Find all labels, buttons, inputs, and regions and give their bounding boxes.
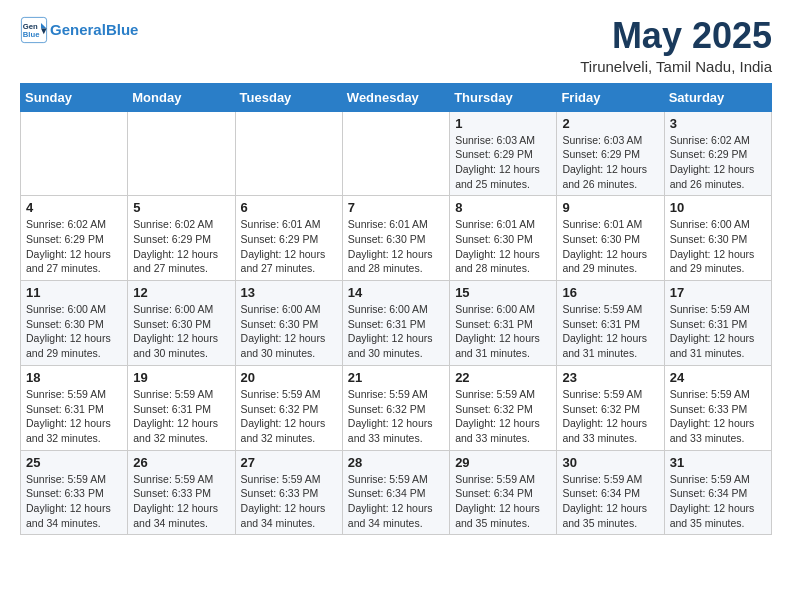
day-info: Sunrise: 5:59 AM Sunset: 6:31 PM Dayligh…: [562, 302, 658, 361]
day-number: 15: [455, 285, 551, 300]
day-info: Sunrise: 5:59 AM Sunset: 6:32 PM Dayligh…: [241, 387, 337, 446]
calendar-cell: [342, 111, 449, 196]
calendar-cell: 8Sunrise: 6:01 AM Sunset: 6:30 PM Daylig…: [450, 196, 557, 281]
calendar-cell: 23Sunrise: 5:59 AM Sunset: 6:32 PM Dayli…: [557, 365, 664, 450]
day-number: 27: [241, 455, 337, 470]
day-number: 28: [348, 455, 444, 470]
day-number: 21: [348, 370, 444, 385]
calendar-cell: 11Sunrise: 6:00 AM Sunset: 6:30 PM Dayli…: [21, 281, 128, 366]
calendar-cell: 28Sunrise: 5:59 AM Sunset: 6:34 PM Dayli…: [342, 450, 449, 535]
calendar-cell: 31Sunrise: 5:59 AM Sunset: 6:34 PM Dayli…: [664, 450, 771, 535]
day-number: 17: [670, 285, 766, 300]
day-info: Sunrise: 5:59 AM Sunset: 6:32 PM Dayligh…: [562, 387, 658, 446]
day-info: Sunrise: 6:00 AM Sunset: 6:30 PM Dayligh…: [133, 302, 229, 361]
day-info: Sunrise: 5:59 AM Sunset: 6:31 PM Dayligh…: [26, 387, 122, 446]
calendar-cell: 10Sunrise: 6:00 AM Sunset: 6:30 PM Dayli…: [664, 196, 771, 281]
day-number: 5: [133, 200, 229, 215]
title-block: May 2025 Tirunelveli, Tamil Nadu, India: [580, 16, 772, 75]
day-header-sunday: Sunday: [21, 83, 128, 111]
logo-icon: Gen Blue: [20, 16, 48, 44]
calendar-cell: 13Sunrise: 6:00 AM Sunset: 6:30 PM Dayli…: [235, 281, 342, 366]
day-info: Sunrise: 5:59 AM Sunset: 6:31 PM Dayligh…: [670, 302, 766, 361]
day-number: 3: [670, 116, 766, 131]
calendar-cell: 7Sunrise: 6:01 AM Sunset: 6:30 PM Daylig…: [342, 196, 449, 281]
calendar-cell: 30Sunrise: 5:59 AM Sunset: 6:34 PM Dayli…: [557, 450, 664, 535]
week-row-0: 1Sunrise: 6:03 AM Sunset: 6:29 PM Daylig…: [21, 111, 772, 196]
day-number: 16: [562, 285, 658, 300]
calendar-cell: 5Sunrise: 6:02 AM Sunset: 6:29 PM Daylig…: [128, 196, 235, 281]
calendar-cell: 22Sunrise: 5:59 AM Sunset: 6:32 PM Dayli…: [450, 365, 557, 450]
week-row-3: 18Sunrise: 5:59 AM Sunset: 6:31 PM Dayli…: [21, 365, 772, 450]
day-info: Sunrise: 6:01 AM Sunset: 6:30 PM Dayligh…: [348, 217, 444, 276]
logo-general: General: [50, 21, 106, 38]
day-header-tuesday: Tuesday: [235, 83, 342, 111]
calendar-cell: 1Sunrise: 6:03 AM Sunset: 6:29 PM Daylig…: [450, 111, 557, 196]
day-info: Sunrise: 6:02 AM Sunset: 6:29 PM Dayligh…: [26, 217, 122, 276]
svg-text:Gen: Gen: [23, 22, 38, 31]
calendar-cell: 24Sunrise: 5:59 AM Sunset: 6:33 PM Dayli…: [664, 365, 771, 450]
week-row-2: 11Sunrise: 6:00 AM Sunset: 6:30 PM Dayli…: [21, 281, 772, 366]
calendar-cell: 14Sunrise: 6:00 AM Sunset: 6:31 PM Dayli…: [342, 281, 449, 366]
main-title: May 2025: [580, 16, 772, 56]
day-info: Sunrise: 5:59 AM Sunset: 6:33 PM Dayligh…: [133, 472, 229, 531]
day-number: 23: [562, 370, 658, 385]
day-info: Sunrise: 6:02 AM Sunset: 6:29 PM Dayligh…: [133, 217, 229, 276]
calendar-cell: 25Sunrise: 5:59 AM Sunset: 6:33 PM Dayli…: [21, 450, 128, 535]
day-info: Sunrise: 5:59 AM Sunset: 6:34 PM Dayligh…: [348, 472, 444, 531]
logo-text: GeneralBlue: [50, 22, 138, 39]
calendar-cell: 15Sunrise: 6:00 AM Sunset: 6:31 PM Dayli…: [450, 281, 557, 366]
calendar-cell: 17Sunrise: 5:59 AM Sunset: 6:31 PM Dayli…: [664, 281, 771, 366]
day-number: 1: [455, 116, 551, 131]
day-header-friday: Friday: [557, 83, 664, 111]
day-number: 7: [348, 200, 444, 215]
week-row-1: 4Sunrise: 6:02 AM Sunset: 6:29 PM Daylig…: [21, 196, 772, 281]
day-number: 30: [562, 455, 658, 470]
calendar-cell: 21Sunrise: 5:59 AM Sunset: 6:32 PM Dayli…: [342, 365, 449, 450]
day-info: Sunrise: 5:59 AM Sunset: 6:31 PM Dayligh…: [133, 387, 229, 446]
header: Gen Blue GeneralBlue May 2025 Tirunelvel…: [20, 16, 772, 75]
logo: Gen Blue GeneralBlue: [20, 16, 138, 44]
calendar-cell: [128, 111, 235, 196]
day-header-monday: Monday: [128, 83, 235, 111]
day-info: Sunrise: 6:01 AM Sunset: 6:29 PM Dayligh…: [241, 217, 337, 276]
day-info: Sunrise: 5:59 AM Sunset: 6:34 PM Dayligh…: [562, 472, 658, 531]
calendar-cell: 9Sunrise: 6:01 AM Sunset: 6:30 PM Daylig…: [557, 196, 664, 281]
day-number: 12: [133, 285, 229, 300]
week-row-4: 25Sunrise: 5:59 AM Sunset: 6:33 PM Dayli…: [21, 450, 772, 535]
calendar-cell: 20Sunrise: 5:59 AM Sunset: 6:32 PM Dayli…: [235, 365, 342, 450]
subtitle: Tirunelveli, Tamil Nadu, India: [580, 58, 772, 75]
day-info: Sunrise: 5:59 AM Sunset: 6:34 PM Dayligh…: [670, 472, 766, 531]
day-number: 4: [26, 200, 122, 215]
day-info: Sunrise: 5:59 AM Sunset: 6:34 PM Dayligh…: [455, 472, 551, 531]
calendar-cell: 27Sunrise: 5:59 AM Sunset: 6:33 PM Dayli…: [235, 450, 342, 535]
calendar-cell: 2Sunrise: 6:03 AM Sunset: 6:29 PM Daylig…: [557, 111, 664, 196]
day-number: 2: [562, 116, 658, 131]
calendar-cell: 3Sunrise: 6:02 AM Sunset: 6:29 PM Daylig…: [664, 111, 771, 196]
day-number: 18: [26, 370, 122, 385]
calendar-cell: 12Sunrise: 6:00 AM Sunset: 6:30 PM Dayli…: [128, 281, 235, 366]
calendar-cell: 29Sunrise: 5:59 AM Sunset: 6:34 PM Dayli…: [450, 450, 557, 535]
day-info: Sunrise: 6:00 AM Sunset: 6:30 PM Dayligh…: [26, 302, 122, 361]
day-number: 6: [241, 200, 337, 215]
day-number: 14: [348, 285, 444, 300]
day-number: 19: [133, 370, 229, 385]
day-info: Sunrise: 5:59 AM Sunset: 6:32 PM Dayligh…: [455, 387, 551, 446]
day-info: Sunrise: 6:00 AM Sunset: 6:31 PM Dayligh…: [455, 302, 551, 361]
calendar-cell: 26Sunrise: 5:59 AM Sunset: 6:33 PM Dayli…: [128, 450, 235, 535]
calendar-cell: 19Sunrise: 5:59 AM Sunset: 6:31 PM Dayli…: [128, 365, 235, 450]
day-info: Sunrise: 5:59 AM Sunset: 6:33 PM Dayligh…: [26, 472, 122, 531]
svg-text:Blue: Blue: [23, 30, 40, 39]
day-header-wednesday: Wednesday: [342, 83, 449, 111]
day-header-thursday: Thursday: [450, 83, 557, 111]
day-info: Sunrise: 6:03 AM Sunset: 6:29 PM Dayligh…: [455, 133, 551, 192]
calendar-cell: [235, 111, 342, 196]
day-info: Sunrise: 6:00 AM Sunset: 6:30 PM Dayligh…: [670, 217, 766, 276]
day-info: Sunrise: 5:59 AM Sunset: 6:33 PM Dayligh…: [241, 472, 337, 531]
day-number: 22: [455, 370, 551, 385]
day-number: 8: [455, 200, 551, 215]
day-header-saturday: Saturday: [664, 83, 771, 111]
calendar-table: SundayMondayTuesdayWednesdayThursdayFrid…: [20, 83, 772, 536]
day-number: 26: [133, 455, 229, 470]
day-number: 29: [455, 455, 551, 470]
day-number: 9: [562, 200, 658, 215]
